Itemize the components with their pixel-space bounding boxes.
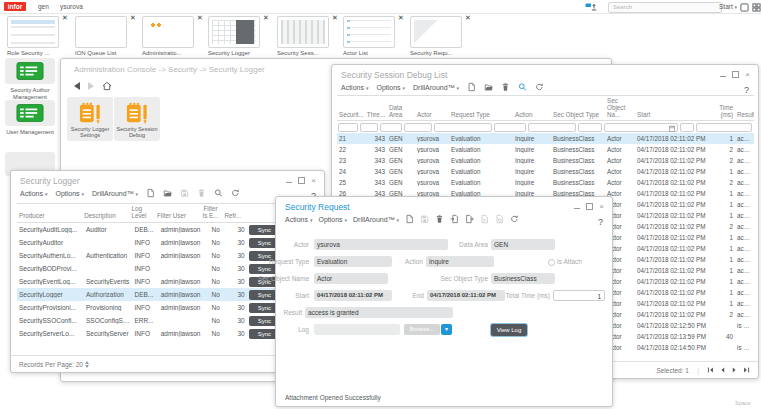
options-menu[interactable]: Options ▾ <box>376 84 405 91</box>
new-icon[interactable] <box>467 82 476 92</box>
close-icon[interactable]: ✕ <box>465 14 471 21</box>
save-icon[interactable] <box>180 188 189 198</box>
table-row[interactable]: 21 343 GEN ysurova Evaluation Inquire Bu… <box>337 133 754 144</box>
user-name[interactable]: ysurova <box>60 3 83 10</box>
minimize-icon[interactable] <box>720 76 726 77</box>
action-field[interactable]: Inquire <box>426 256 494 267</box>
window-tab[interactable]: ✕ Role Security ... <box>7 15 71 58</box>
close-icon[interactable]: × <box>311 178 316 184</box>
browse-dropdown-button[interactable]: ▾ <box>441 324 452 335</box>
next-page-icon[interactable] <box>731 366 738 374</box>
total-time-field[interactable]: 1 <box>553 290 605 301</box>
start-field[interactable]: 04/17/2018 02:11:02 PM <box>314 290 392 301</box>
help-button[interactable]: ? <box>744 85 749 95</box>
window-tab[interactable]: ✕ Security Logger <box>208 15 272 58</box>
window-tab[interactable]: ✕ Actor List <box>343 15 407 58</box>
tab-thumbnail[interactable] <box>7 16 59 48</box>
tab-thumbnail[interactable] <box>75 16 127 48</box>
table-row[interactable]: 22 343 GEN ysurova Evaluation Inquire Bu… <box>337 144 754 155</box>
sec-object-name-field[interactable]: Actor <box>314 273 388 284</box>
sidebar-item-security-author-management[interactable]: Security Author Management <box>5 58 55 100</box>
maximize-icon[interactable] <box>732 71 739 78</box>
delete-icon[interactable] <box>435 214 444 224</box>
table-row[interactable]: 25 343 GEN ysurova Evaluation Inquire Bu… <box>337 177 754 188</box>
maximize-icon[interactable] <box>298 177 305 184</box>
filter-result-input[interactable] <box>696 123 752 132</box>
filter-data-area-input[interactable] <box>380 123 402 132</box>
filter-time-input[interactable] <box>680 123 694 132</box>
log-field[interactable] <box>314 324 400 335</box>
table-row[interactable]: SecurityServerLo... SecurityServer INFO … <box>17 327 319 340</box>
options-menu[interactable]: Options ▾ <box>318 216 347 223</box>
reload-icon[interactable] <box>495 214 504 224</box>
tab-thumbnail[interactable] <box>343 16 395 48</box>
tile-security-logger-settings[interactable]: Security Logger Settings <box>67 97 113 141</box>
save-icon[interactable] <box>420 214 429 224</box>
calendar-icon[interactable] <box>669 125 675 132</box>
filter-request-type-input[interactable] <box>434 123 492 132</box>
is-attach-checkbox[interactable] <box>548 259 555 266</box>
back-icon[interactable] <box>74 82 80 90</box>
table-row[interactable]: 23 343 GEN ysurova Evaluation Inquire Bu… <box>337 155 754 166</box>
tab-thumbnail[interactable] <box>410 16 462 48</box>
maximize-icon[interactable] <box>586 203 593 210</box>
app-grid-icon[interactable] <box>752 3 761 12</box>
minimize-icon[interactable] <box>286 182 292 183</box>
actions-menu[interactable]: Actions ▾ <box>341 84 368 91</box>
close-icon[interactable]: × <box>599 204 604 210</box>
filter-actor-input[interactable] <box>404 123 432 132</box>
refresh-icon[interactable] <box>535 82 544 92</box>
tab-thumbnail[interactable] <box>208 16 260 48</box>
view-log-button[interactable]: View Log <box>491 324 527 336</box>
refresh-icon[interactable] <box>231 188 240 198</box>
search-icon[interactable] <box>518 82 527 92</box>
actions-menu[interactable]: Actions ▾ <box>285 216 312 223</box>
filter-sec-object-name-input[interactable] <box>578 123 602 132</box>
window-tab[interactable]: ✕ Administratio... <box>142 15 206 58</box>
filter-security-input[interactable] <box>338 123 358 132</box>
filter-thread-input[interactable] <box>360 123 378 132</box>
drillaround-menu[interactable]: DrillAround™ ▾ <box>413 84 459 91</box>
open-folder-icon[interactable] <box>484 82 493 92</box>
table-row[interactable]: SecurityAuditLogg... Auditor DEB... admi… <box>17 223 319 236</box>
actions-menu[interactable]: Actions ▾ <box>20 190 47 197</box>
table-row[interactable]: SecurityLogger Authorization DEB... admi… <box>17 288 319 301</box>
window-tab[interactable]: ✕ Security Requ... <box>410 15 474 58</box>
publish-icon[interactable] <box>585 2 597 12</box>
table-row[interactable]: SecurityAuditor INFO admin|lawson No 30 … <box>17 236 319 249</box>
refresh-icon[interactable] <box>510 214 519 224</box>
minimize-icon[interactable] <box>574 208 580 209</box>
drillaround-menu[interactable]: DrillAround™ ▾ <box>92 190 138 197</box>
new-icon[interactable] <box>146 188 155 198</box>
table-row[interactable]: SecurityProvisioni... Provisioning INFO … <box>17 301 319 314</box>
filter-action-input[interactable] <box>494 123 526 132</box>
data-area-field[interactable]: GEN <box>491 239 555 250</box>
open-folder-icon[interactable] <box>163 188 172 198</box>
delete-icon[interactable] <box>197 188 206 198</box>
previous-page-icon[interactable] <box>719 366 726 374</box>
end-field[interactable]: 04/17/2018 02:11:02 PM <box>427 290 505 301</box>
close-icon[interactable]: ✕ <box>62 14 68 21</box>
home-icon[interactable] <box>102 81 112 91</box>
result-field[interactable]: access is granted <box>305 307 453 318</box>
tab-thumbnail[interactable] <box>142 16 194 48</box>
options-menu[interactable]: Options ▾ <box>55 190 84 197</box>
close-icon[interactable]: ✕ <box>263 14 269 21</box>
records-per-page-stepper[interactable] <box>85 361 89 368</box>
discard-icon[interactable] <box>480 214 489 224</box>
tile-security-session-debug[interactable]: Security Session Debug <box>114 97 160 141</box>
help-button[interactable]: ? <box>598 217 603 227</box>
table-row[interactable]: 24 343 GEN ysurova Evaluation Inquire Bu… <box>337 166 754 177</box>
import-icon[interactable] <box>450 214 459 224</box>
records-per-page-value[interactable]: 20 <box>76 361 83 368</box>
new-icon[interactable] <box>405 214 414 224</box>
close-icon[interactable]: ✕ <box>398 14 404 21</box>
search-icon[interactable] <box>214 188 223 198</box>
start-menu[interactable]: Start ▾ <box>719 3 737 10</box>
close-icon[interactable]: ✕ <box>332 14 338 21</box>
window-tab[interactable]: ✕ Security Sess... <box>277 15 341 58</box>
last-page-icon[interactable] <box>743 366 750 374</box>
sidebar-item-user-management[interactable]: User Management <box>5 100 55 136</box>
delete-icon[interactable] <box>501 82 510 92</box>
close-icon[interactable]: × <box>745 72 750 78</box>
